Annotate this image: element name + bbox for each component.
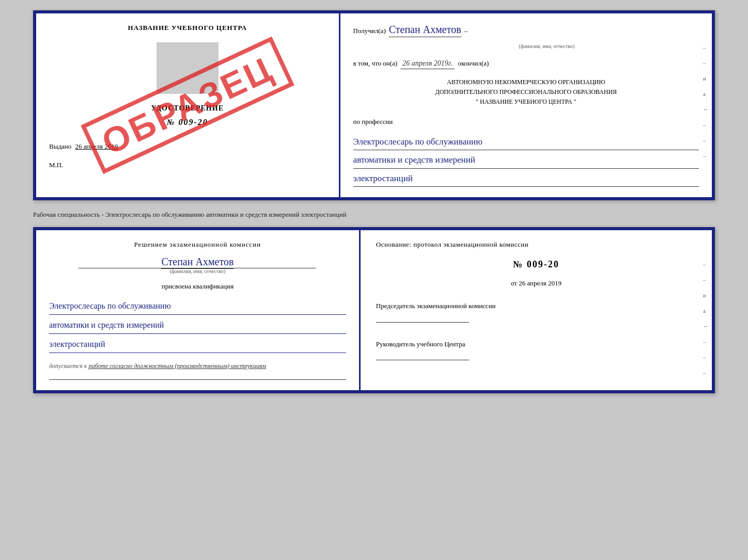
- fio-label-top: (фамилия, имя, отчество): [395, 43, 699, 49]
- recv-label: Получил(а): [353, 27, 386, 35]
- separator-text: Рабочая специальность - Электрослесарь п…: [33, 206, 715, 221]
- recv-name: Степан Ахметов: [389, 24, 461, 37]
- top-doc-right: Получил(а) Степан Ахметов – (фамилия, им…: [340, 13, 712, 197]
- chairman-label: Председатель экзаменационной комиссии: [376, 301, 696, 312]
- qual-line1: Электрослесарь по обслуживанию: [49, 298, 346, 315]
- bottom-person-name: Степан Ахметов: [161, 256, 233, 269]
- qual-line2: автоматики и средств измерений: [49, 317, 346, 334]
- org-line2: ДОПОЛНИТЕЛЬНОГО ПРОФЕССИОНАЛЬНОГО ОБРАЗО…: [353, 87, 699, 97]
- vtom-date: 26 апреля 2019г.: [400, 59, 455, 69]
- dopusk-block: допускается к работе согласно должностны…: [49, 362, 346, 370]
- top-left-title: НАЗВАНИЕ УЧЕБНОГО ЦЕНТРА: [49, 24, 326, 32]
- mp-label: М.П.: [49, 161, 326, 169]
- bottom-fio-label: (фамилия, имя, отчество): [169, 268, 225, 274]
- photo-area: [157, 42, 219, 94]
- separator-label: Рабочая специальность - Электрослесарь п…: [33, 211, 347, 218]
- protocol-date: от 26 апреля 2019: [376, 279, 696, 287]
- issued-label: Выдано: [49, 142, 71, 150]
- director-signature-line: [376, 360, 469, 360]
- assigned-label: присвоена квалификация: [49, 282, 346, 291]
- bottom-name-block: Степан Ахметов (фамилия, имя, отчество): [49, 256, 346, 274]
- director-block: Руководитель учебного Центра: [376, 339, 696, 361]
- org-line3: " НАЗВАНИЕ УЧЕБНОГО ЦЕНТРА ": [353, 97, 699, 107]
- profession-label: по профессии: [353, 118, 699, 126]
- profession-line2: автоматики и средств измерений: [353, 152, 699, 169]
- side-marks-bottom: – – и а ← – – –: [703, 261, 709, 376]
- director-label: Руководитель учебного Центра: [376, 339, 696, 350]
- bottom-sign-line: [49, 379, 346, 380]
- org-block: АВТОНОМНУЮ НЕКОММЕРЧЕСКУЮ ОРГАНИЗАЦИЮ ДО…: [353, 77, 699, 107]
- profession-line1: Электрослесарь по обслуживанию: [353, 134, 699, 151]
- dopusk-underlined: работе согласно должностным (производств…: [88, 362, 266, 370]
- issued-line: Выдано 26 апреля 2019: [49, 142, 326, 151]
- profession-block: Электрослесарь по обслуживанию автоматик…: [353, 132, 699, 187]
- vtom-line: в том, что он(а) 26 апреля 2019г. окончи…: [353, 59, 699, 69]
- bottom-name: Степан Ахметов: [79, 256, 316, 268]
- chairman-block: Председатель экзаменационной комиссии: [376, 301, 696, 323]
- side-marks-top: – – и а ← – – –: [703, 44, 709, 159]
- protocol-date-value: 26 апреля 2019: [519, 279, 562, 287]
- org-line1: АВТОНОМНУЮ НЕКОММЕРЧЕСКУЮ ОРГАНИЗАЦИЮ: [353, 77, 699, 87]
- top-doc-left: НАЗВАНИЕ УЧЕБНОГО ЦЕНТРА УДОСТОВЕРЕНИЕ №…: [36, 13, 340, 197]
- dopusk-label: допускается к: [49, 362, 87, 370]
- qualification-block: Электрослесарь по обслуживанию автоматик…: [49, 296, 346, 353]
- top-document: НАЗВАНИЕ УЧЕБНОГО ЦЕНТРА УДОСТОВЕРЕНИЕ №…: [33, 10, 715, 200]
- vtom-label: в том, что он(а): [353, 59, 398, 68]
- recv-line: Получил(а) Степан Ахметов –: [353, 24, 699, 37]
- issued-date: 26 апреля 2019: [75, 142, 118, 150]
- decision-text: Решением экзаменационной комиссии: [49, 241, 346, 249]
- protocol-number: № 009-20: [376, 259, 696, 270]
- chairman-signature-line: [376, 322, 469, 323]
- osnov-text: Основание: протокол экзаменационной коми…: [376, 241, 696, 249]
- profession-line3: электростанций: [353, 171, 699, 187]
- cert-title: УДОСТОВЕРЕНИЕ: [49, 104, 326, 113]
- cert-number: № 009-20: [49, 118, 326, 127]
- bottom-document: Решением экзаменационной комиссии Степан…: [33, 227, 715, 393]
- protocol-date-prefix: от: [511, 279, 517, 287]
- qual-line3: электростанций: [49, 336, 346, 353]
- bottom-doc-right: Основание: протокол экзаменационной коми…: [361, 230, 712, 390]
- dash-after-name: –: [464, 27, 468, 35]
- bottom-doc-left: Решением экзаменационной комиссии Степан…: [36, 230, 361, 390]
- okoncil-label: окончил(а): [458, 59, 489, 68]
